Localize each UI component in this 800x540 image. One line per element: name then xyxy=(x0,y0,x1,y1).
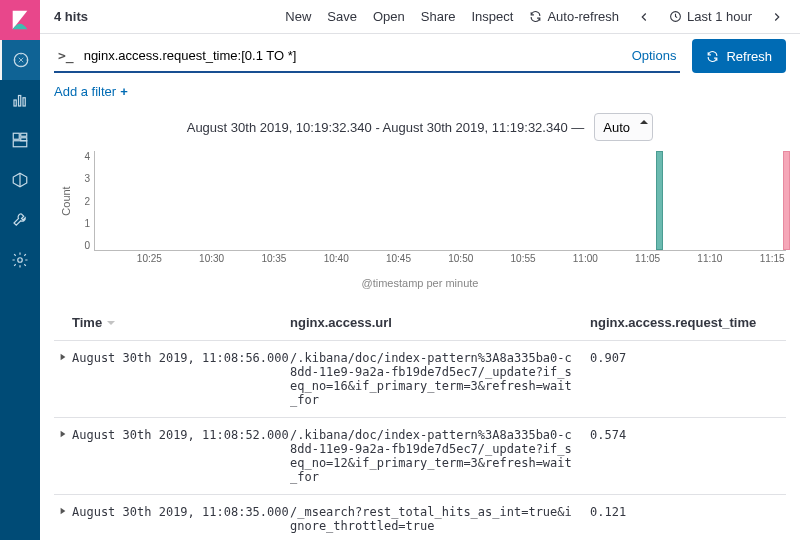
x-ticks: 10:25 10:30 10:35 10:40 10:45 10:50 10:5… xyxy=(94,253,786,269)
hit-count: 4 hits xyxy=(54,9,88,24)
histogram-bar xyxy=(783,151,790,250)
main-panel: 4 hits New Save Open Share Inspect Auto-… xyxy=(40,0,800,540)
add-filter-link[interactable]: Add a filter + xyxy=(54,84,128,99)
svg-rect-2 xyxy=(19,96,21,107)
cell-url: /.kibana/doc/index-pattern%3A8a335ba0-c8… xyxy=(290,428,590,484)
cell-time: August 30th 2019, 11:08:35.000 xyxy=(72,505,290,533)
clock-icon xyxy=(669,10,682,23)
col-url[interactable]: nginx.access.url xyxy=(290,315,590,330)
time-next-icon[interactable] xyxy=(768,8,786,26)
col-time[interactable]: Time xyxy=(72,315,290,330)
svg-rect-7 xyxy=(13,141,27,147)
histogram-chart: Count 43210 10:25 10:30 10:35 10:40 10:4… xyxy=(54,151,786,271)
expand-toggle[interactable] xyxy=(54,351,72,407)
query-bar: >_ Options Refresh xyxy=(40,34,800,78)
interval-select[interactable]: Auto xyxy=(594,113,653,141)
cell-time: August 30th 2019, 11:08:56.000 xyxy=(72,351,290,407)
col-request-time[interactable]: nginx.access.request_time xyxy=(590,315,786,330)
query-box: >_ Options xyxy=(54,39,680,73)
kibana-logo[interactable] xyxy=(0,0,40,40)
plot-area[interactable] xyxy=(94,151,786,251)
inspect-link[interactable]: Inspect xyxy=(471,9,513,24)
histogram-header: August 30th 2019, 10:19:32.340 - August … xyxy=(54,113,786,141)
cell-time: August 30th 2019, 11:08:52.000 xyxy=(72,428,290,484)
cell-url: /_msearch?rest_total_hits_as_int=true&ig… xyxy=(290,505,590,533)
auto-refresh-label: Auto-refresh xyxy=(547,9,619,24)
expand-toggle[interactable] xyxy=(54,505,72,533)
svg-rect-4 xyxy=(13,133,19,139)
nav-management[interactable] xyxy=(0,240,40,280)
expand-toggle[interactable] xyxy=(54,428,72,484)
filter-bar: Add a filter + xyxy=(40,78,800,109)
svg-point-8 xyxy=(18,258,23,263)
save-link[interactable]: Save xyxy=(327,9,357,24)
results-table: Time nginx.access.url nginx.access.reque… xyxy=(54,305,786,540)
table-row: August 30th 2019, 11:08:52.000/.kibana/d… xyxy=(54,417,786,494)
cell-request-time: 0.907 xyxy=(590,351,786,407)
nav-canvas[interactable] xyxy=(0,160,40,200)
auto-refresh-toggle[interactable]: Auto-refresh xyxy=(529,9,619,24)
cell-url: /.kibana/doc/index-pattern%3A8a335ba0-c8… xyxy=(290,351,590,407)
new-link[interactable]: New xyxy=(285,9,311,24)
table-row: August 30th 2019, 11:08:56.000/.kibana/d… xyxy=(54,340,786,417)
add-filter-label: Add a filter xyxy=(54,84,116,99)
cell-request-time: 0.574 xyxy=(590,428,786,484)
histogram-range: August 30th 2019, 10:19:32.340 - August … xyxy=(187,120,585,135)
open-link[interactable]: Open xyxy=(373,9,405,24)
time-picker-label: Last 1 hour xyxy=(687,9,752,24)
nav-discover[interactable] xyxy=(0,40,40,80)
nav-visualize[interactable] xyxy=(0,80,40,120)
refresh-label: Refresh xyxy=(726,49,772,64)
nav-devtools[interactable] xyxy=(0,200,40,240)
y-axis-label: Count xyxy=(60,151,72,251)
y-ticks: 43210 xyxy=(76,151,90,251)
top-actions: New Save Open Share Inspect Auto-refresh… xyxy=(285,8,786,26)
histogram-bar xyxy=(656,151,663,250)
side-navigation xyxy=(0,0,40,540)
sort-desc-icon xyxy=(106,318,116,328)
table-row: August 30th 2019, 11:08:35.000/_msearch?… xyxy=(54,494,786,540)
svg-rect-5 xyxy=(21,133,27,136)
svg-rect-3 xyxy=(23,98,25,106)
time-picker[interactable]: Last 1 hour xyxy=(669,9,752,24)
query-options-link[interactable]: Options xyxy=(632,48,677,63)
x-axis-label: @timestamp per minute xyxy=(54,277,786,289)
query-input[interactable] xyxy=(84,48,622,63)
cell-request-time: 0.121 xyxy=(590,505,786,533)
nav-dashboard[interactable] xyxy=(0,120,40,160)
table-header: Time nginx.access.url nginx.access.reque… xyxy=(54,305,786,340)
refresh-icon xyxy=(706,50,719,63)
console-icon: >_ xyxy=(58,48,74,63)
time-prev-icon[interactable] xyxy=(635,8,653,26)
plus-icon: + xyxy=(120,84,128,99)
svg-rect-1 xyxy=(14,100,16,106)
refresh-icon xyxy=(529,10,542,23)
share-link[interactable]: Share xyxy=(421,9,456,24)
top-bar: 4 hits New Save Open Share Inspect Auto-… xyxy=(40,0,800,34)
content-scroll: August 30th 2019, 10:19:32.340 - August … xyxy=(40,109,800,540)
refresh-button[interactable]: Refresh xyxy=(692,39,786,73)
